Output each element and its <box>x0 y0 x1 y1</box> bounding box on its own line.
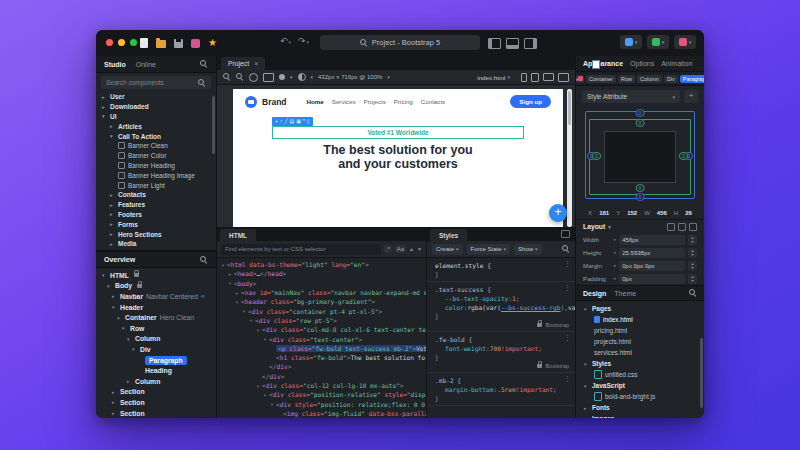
overview-node-navbar[interactable]: ▸NavbarNavbar Centered∞ <box>96 291 216 302</box>
dock-panel-icon[interactable] <box>561 230 570 238</box>
library-item-banner-color[interactable]: Banner Color <box>96 151 216 161</box>
create-button[interactable]: Create▾ <box>432 244 463 255</box>
padding-value[interactable]: 0 <box>636 184 645 192</box>
library-item-forms[interactable]: ▸Forms <box>96 219 216 229</box>
overview-node-container[interactable]: ▾ContainerHero Clean <box>96 312 216 323</box>
overview-node-row[interactable]: ▾Row <box>96 323 216 334</box>
layout-section-header[interactable]: Layout ▾ <box>576 219 704 233</box>
code-line[interactable]: ▾<div class="text-center"> <box>217 334 426 343</box>
code-line[interactable]: ▸<nav id="mainNav" class="navbar navbar-… <box>217 288 426 297</box>
mail-icon[interactable]: ▤ <box>289 119 294 124</box>
find-prev-icon[interactable]: ▲ <box>409 246 414 252</box>
preview-button[interactable]: ▾ <box>620 35 642 49</box>
design-file-untitled-css[interactable]: untitled.css <box>576 369 704 380</box>
breadcrumb-row[interactable]: Row <box>618 75 635 83</box>
open-folder-icon[interactable] <box>156 40 166 48</box>
hero-heading[interactable]: The best solution for you and your custo… <box>323 143 472 171</box>
favorites-star-icon[interactable] <box>208 38 217 48</box>
signup-button[interactable]: Sign up <box>510 95 551 108</box>
code-line[interactable]: ▾<div class="container pt-4 pt-xl-5"> <box>217 306 426 315</box>
code-line[interactable]: ▾<div class="position-relative" style="d… <box>217 390 426 399</box>
export-icon[interactable] <box>191 39 200 48</box>
design-section-styles[interactable]: ▾Styles <box>576 358 704 369</box>
search-icon[interactable] <box>689 289 697 297</box>
tab-online[interactable]: Online <box>136 61 156 68</box>
close-button[interactable] <box>106 39 113 46</box>
overview-node-html[interactable]: ▾HTML <box>96 270 216 281</box>
browser-preview-button[interactable]: ▾ <box>647 35 669 49</box>
edit-icon[interactable]: ╱ <box>284 119 287 124</box>
theme-icon[interactable] <box>298 73 306 81</box>
delete-icon[interactable]: ▯ <box>307 119 310 124</box>
window-title-search[interactable]: Project - Bootstrap 5 <box>320 35 480 50</box>
phone-icon[interactable] <box>521 73 527 82</box>
selected-element-outline[interactable]: Voted #1 Worldwide <box>272 126 524 139</box>
redo-icon[interactable]: ▾ <box>298 36 309 46</box>
layout-option-icon[interactable] <box>678 223 686 231</box>
overview-node-section[interactable]: ▸Section <box>96 387 216 398</box>
match-case-button[interactable]: Aa <box>395 245 406 253</box>
tab-appearance[interactable]: Appearance <box>583 60 623 67</box>
padding-value[interactable]: 0 <box>679 152 688 160</box>
margin-input[interactable]: 0px 0px 0px <box>619 261 685 271</box>
code-line[interactable]: ▸<head>…</head> <box>217 269 426 278</box>
library-item-articles[interactable]: ▸Articles <box>96 121 216 131</box>
nav-link-contacts[interactable]: Contacts <box>421 98 445 105</box>
margin-value[interactable]: 0 <box>636 109 645 117</box>
code-line[interactable]: ▾<div class="row pt-5"> <box>217 316 426 325</box>
tab-design[interactable]: Design <box>583 290 606 297</box>
design-section-javascript[interactable]: ▾JavaScript <box>576 380 704 391</box>
nav-link-pricing[interactable]: Pricing <box>394 98 413 105</box>
layout-option-icon[interactable] <box>689 223 697 231</box>
code-line[interactable]: <h1 class="fw-bold">The best solution fo… <box>217 353 426 362</box>
overview-node-heading[interactable]: Heading <box>96 365 216 376</box>
width-input[interactable]: 456px <box>619 235 685 245</box>
library-item-banner-heading-image[interactable]: Banner Heading Image <box>96 170 216 180</box>
library-item-features[interactable]: ▸Features <box>96 200 216 210</box>
css-rule[interactable]: ⋮.fw-bold {font-weight: 700 !important;}… <box>427 332 575 373</box>
search-icon[interactable] <box>200 60 208 68</box>
design-file-index-html[interactable]: index.html <box>576 314 704 325</box>
design-file-bold-and-bright-js[interactable]: bold-and-bright.js <box>576 391 704 402</box>
scrollbar[interactable] <box>700 338 703 408</box>
layout-option-icon[interactable] <box>667 223 675 231</box>
design-file-projects-html[interactable]: projects.html <box>576 336 704 347</box>
stepper[interactable]: ▴▾ <box>688 261 697 271</box>
nav-link-projects[interactable]: Projects <box>364 98 386 105</box>
rule-menu-icon[interactable]: ⋮ <box>564 334 571 342</box>
laptop-icon[interactable] <box>543 73 554 81</box>
search-icon[interactable] <box>200 256 208 264</box>
nav-link-home[interactable]: Home <box>307 98 324 105</box>
up-icon[interactable]: ↑ <box>280 119 283 124</box>
move-icon[interactable]: + <box>275 119 278 124</box>
css-rule[interactable]: ⋮element.style {} <box>427 258 575 282</box>
margin-value[interactable]: 0 <box>636 193 645 201</box>
breadcrumb-div[interactable]: Div <box>664 75 678 83</box>
padding-input[interactable]: 0px <box>619 274 685 284</box>
find-elements-input[interactable]: Find elements by text or CSS selector <box>221 244 381 255</box>
design-section-images[interactable]: ▸Images <box>576 413 704 418</box>
minimize-button[interactable] <box>118 39 125 46</box>
code-line[interactable]: ▾<div class="col-md-8 col-xl-6 text-cent… <box>217 325 426 334</box>
library-item-ui[interactable]: ▾UI <box>96 112 216 122</box>
tab-theme[interactable]: Theme <box>614 290 636 297</box>
library-item-user[interactable]: ▸User <box>96 92 216 102</box>
code-line[interactable]: ▾<div style="position: relative;flex: 0 … <box>217 399 426 408</box>
nav-link-services[interactable]: Services <box>332 98 356 105</box>
tablet-icon[interactable] <box>531 73 539 82</box>
design-file-services-html[interactable]: services.html <box>576 347 704 358</box>
overview-node-section[interactable]: ▸Section <box>96 408 216 418</box>
undo-icon[interactable]: ▾ <box>280 36 291 46</box>
desktop-icon[interactable] <box>558 73 569 82</box>
project-tab[interactable]: Project × <box>221 57 265 70</box>
brand-logo-icon[interactable] <box>245 96 257 108</box>
padding-value[interactable]: 0 <box>636 119 645 127</box>
library-item-hero-sections[interactable]: ▸Hero Sections <box>96 229 216 239</box>
stepper[interactable]: ▴▾ <box>688 235 697 245</box>
library-item-banner-clean[interactable]: Banner Clean <box>96 141 216 151</box>
code-line[interactable]: </div> <box>217 362 426 371</box>
overview-node-div[interactable]: ▾Div <box>96 344 216 355</box>
overview-node-column[interactable]: ▸Column <box>96 376 216 387</box>
regex-toggle-button[interactable]: .* <box>384 245 392 253</box>
toggle-left-panel-icon[interactable] <box>488 38 501 49</box>
